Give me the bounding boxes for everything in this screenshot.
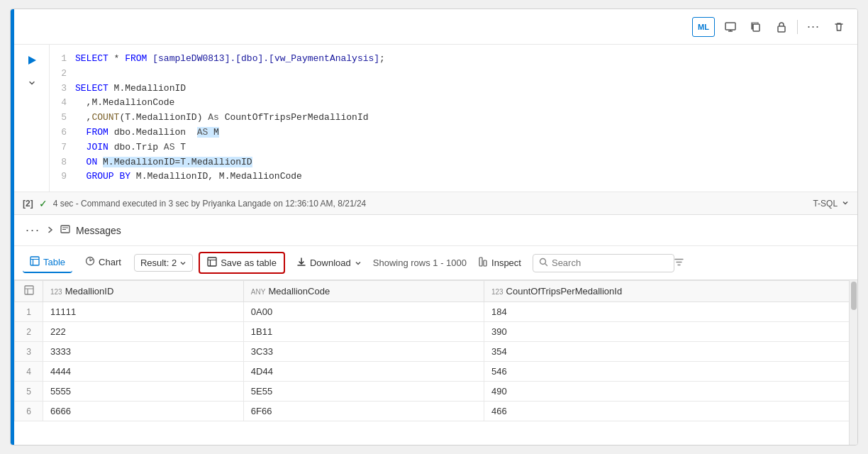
result-select-value: Result: 2 bbox=[140, 258, 177, 268]
tab-table[interactable]: Table bbox=[23, 253, 72, 273]
medallion-code-cell: 5E55 bbox=[243, 382, 484, 402]
count-trips-cell: 546 bbox=[484, 362, 857, 382]
count-trips-cell: 390 bbox=[484, 322, 857, 342]
run-button[interactable] bbox=[22, 50, 42, 70]
count-trips-cell: 466 bbox=[484, 402, 857, 421]
table-row: 4 4444 4D44 546 bbox=[15, 362, 857, 382]
filter-icon[interactable] bbox=[674, 258, 684, 269]
medallion-code-cell: 6F66 bbox=[243, 402, 484, 421]
copy-icon[interactable] bbox=[746, 17, 766, 37]
code-line-7: 7 JOIN dbo.Trip AS T bbox=[55, 140, 852, 155]
medallion-id-cell: 3333 bbox=[43, 342, 244, 362]
download-arrow-icon bbox=[296, 257, 306, 269]
inspect-button[interactable]: Inspect bbox=[472, 253, 527, 272]
table-tab-label: Table bbox=[43, 257, 65, 267]
run-buttons-panel bbox=[14, 45, 50, 192]
data-table-container: 123MedallionID ANYMedallionCode 123Count… bbox=[14, 280, 857, 445]
table-tab-icon bbox=[30, 256, 40, 268]
code-line-1: 1 SELECT * FROM [sampleDW0813].[dbo].[vw… bbox=[55, 52, 852, 67]
row-num-cell: 6 bbox=[15, 402, 43, 421]
scrollbar-thumb[interactable] bbox=[851, 282, 857, 310]
more-options-icon[interactable]: ··· bbox=[803, 17, 823, 37]
save-as-table-label: Save as table bbox=[221, 258, 277, 268]
row-num-cell: 1 bbox=[15, 302, 43, 322]
lock-icon[interactable] bbox=[772, 17, 791, 37]
table-header-row: 123MedallionID ANYMedallionCode 123Count… bbox=[15, 281, 857, 302]
status-message: 4 sec - Command executed in 3 sec by Pri… bbox=[53, 199, 367, 209]
code-line-6: 6 FROM dbo.Medallion AS M bbox=[55, 126, 852, 140]
code-line-2: 2 bbox=[55, 67, 852, 82]
monitor-icon[interactable] bbox=[720, 17, 740, 37]
medallion-code-cell: 0A00 bbox=[243, 302, 484, 322]
row-num-cell: 3 bbox=[15, 342, 43, 362]
scrollbar[interactable] bbox=[849, 280, 857, 445]
save-as-table-icon bbox=[207, 257, 217, 269]
editor-section: 1 SELECT * FROM [sampleDW0813].[dbo].[vw… bbox=[14, 45, 857, 192]
medallion-code-cell: 4D44 bbox=[243, 362, 484, 382]
svg-rect-7 bbox=[208, 258, 216, 266]
svg-point-10 bbox=[540, 258, 545, 264]
svg-rect-9 bbox=[484, 260, 486, 266]
status-bar: [2] ✓ 4 sec - Command executed in 3 sec … bbox=[14, 192, 857, 215]
code-line-5: 5 ,COUNT(T.MedallionID) As CountOfTripsP… bbox=[55, 111, 852, 126]
svg-rect-11 bbox=[25, 286, 33, 294]
table-body: 1 11111 0A00 184 2 222 1B11 390 3 3333 3… bbox=[15, 302, 857, 421]
code-line-9: 9 GROUP BY M.MedallionID, M.MedallionCod… bbox=[55, 170, 852, 184]
table-row: 3 3333 3C33 354 bbox=[15, 342, 857, 362]
table-row: 2 222 1B11 390 bbox=[15, 322, 857, 342]
count-trips-cell: 184 bbox=[484, 302, 857, 322]
main-container: ML ··· bbox=[10, 9, 858, 445]
medallion-id-cell: 11111 bbox=[43, 302, 244, 322]
svg-rect-8 bbox=[479, 258, 482, 266]
language-label: T-SQL bbox=[813, 199, 849, 209]
row-num-cell: 2 bbox=[15, 322, 43, 342]
status-left: [2] ✓ 4 sec - Command executed in 3 sec … bbox=[23, 198, 366, 209]
download-label: Download bbox=[310, 258, 351, 268]
outer-frame: ML ··· bbox=[0, 0, 868, 454]
svg-marker-3 bbox=[28, 56, 36, 65]
messages-icon bbox=[60, 224, 70, 236]
medallion-code-cell: 1B11 bbox=[243, 322, 484, 342]
header-row-num bbox=[15, 281, 43, 302]
code-line-4: 4 ,M.MedallionCode bbox=[55, 96, 852, 111]
download-button[interactable]: Download bbox=[291, 253, 367, 272]
expand-messages-button[interactable] bbox=[46, 226, 55, 236]
inspect-label: Inspect bbox=[491, 258, 521, 268]
svg-rect-5 bbox=[30, 257, 39, 265]
data-table: 123MedallionID ANYMedallionCode 123Count… bbox=[14, 280, 857, 421]
ml-icon[interactable]: ML bbox=[692, 17, 715, 37]
header-medallion-code: ANYMedallionCode bbox=[243, 281, 484, 302]
rows-info-label: Showing rows 1 - 1000 bbox=[373, 258, 467, 268]
medallion-id-cell: 4444 bbox=[43, 362, 244, 382]
svg-rect-0 bbox=[725, 23, 735, 30]
toolbar-divider bbox=[797, 20, 798, 34]
code-line-3: 3 SELECT M.MedallionID bbox=[55, 82, 852, 96]
more-dots-icon[interactable]: ··· bbox=[26, 223, 40, 238]
table-row: 6 6666 6F66 466 bbox=[15, 402, 857, 421]
code-editor[interactable]: 1 SELECT * FROM [sampleDW0813].[dbo].[vw… bbox=[50, 45, 857, 192]
result-select-dropdown[interactable]: Result: 2 bbox=[134, 254, 193, 272]
messages-section: ··· Messages bbox=[14, 215, 857, 246]
medallion-id-cell: 222 bbox=[43, 322, 244, 342]
medallion-code-cell: 3C33 bbox=[243, 342, 484, 362]
messages-label: Messages bbox=[76, 225, 121, 236]
medallion-id-cell: 5555 bbox=[43, 382, 244, 402]
save-as-table-button[interactable]: Save as table bbox=[199, 252, 285, 274]
row-num-cell: 4 bbox=[15, 362, 43, 382]
medallion-id-cell: 6666 bbox=[43, 402, 244, 421]
header-count-trips: 123CountOfTripsPerMedallionId bbox=[484, 281, 857, 302]
search-box[interactable] bbox=[533, 254, 674, 272]
delete-icon[interactable] bbox=[829, 17, 849, 37]
svg-rect-2 bbox=[778, 26, 785, 32]
chart-tab-label: Chart bbox=[99, 257, 121, 267]
search-input[interactable] bbox=[552, 258, 671, 268]
inspect-icon bbox=[478, 257, 488, 269]
tab-chart[interactable]: Chart bbox=[78, 253, 128, 273]
count-trips-cell: 354 bbox=[484, 342, 857, 362]
code-line-8: 8 ON M.MedallionID=T.MedallionID bbox=[55, 155, 852, 170]
collapse-chevron[interactable] bbox=[22, 73, 42, 93]
chart-tab-icon bbox=[85, 256, 95, 268]
header-medallion-id: 123MedallionID bbox=[43, 281, 244, 302]
table-row: 5 5555 5E55 490 bbox=[15, 382, 857, 402]
cell-label: [2] bbox=[23, 199, 33, 209]
